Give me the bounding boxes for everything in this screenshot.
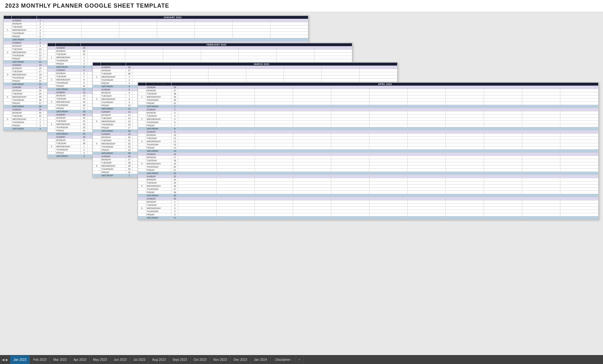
data-cell[interactable] [331, 197, 369, 200]
data-cell[interactable] [293, 172, 331, 175]
data-cell[interactable] [119, 19, 157, 22]
data-cell[interactable] [293, 121, 331, 124]
data-cell[interactable] [560, 89, 598, 92]
data-cell[interactable] [560, 108, 598, 111]
data-cell[interactable] [560, 175, 598, 178]
data-cell[interactable] [331, 95, 369, 99]
data-cell[interactable] [407, 95, 445, 99]
data-cell[interactable] [484, 185, 522, 188]
data-cell[interactable] [216, 210, 255, 213]
data-cell[interactable] [331, 146, 369, 150]
data-cell[interactable] [178, 194, 216, 197]
data-cell[interactable] [170, 75, 208, 79]
data-cell[interactable] [178, 134, 216, 137]
data-cell[interactable] [522, 137, 560, 140]
data-cell[interactable] [216, 150, 255, 153]
data-cell[interactable] [407, 207, 445, 210]
data-cell[interactable] [331, 156, 369, 159]
data-cell[interactable] [331, 172, 369, 175]
data-cell[interactable] [125, 59, 163, 62]
data-cell[interactable] [369, 162, 407, 165]
data-cell[interactable] [133, 69, 171, 72]
data-cell[interactable] [484, 204, 522, 207]
data-cell[interactable] [560, 181, 598, 185]
data-cell[interactable] [293, 89, 331, 92]
data-cell[interactable] [407, 86, 445, 89]
data-cell[interactable] [157, 19, 195, 22]
data-cell[interactable] [255, 95, 293, 99]
data-cell[interactable] [331, 121, 369, 124]
data-cell[interactable] [445, 124, 484, 127]
tab-disclaimer[interactable]: - Disclaimer - [270, 355, 296, 364]
tab-apr2023[interactable]: Apr 2023 [70, 355, 90, 364]
data-cell[interactable] [293, 188, 331, 191]
data-cell[interactable] [216, 137, 255, 140]
data-cell[interactable] [314, 50, 352, 53]
data-cell[interactable] [522, 115, 560, 118]
data-cell[interactable] [560, 207, 598, 210]
data-cell[interactable] [369, 130, 407, 134]
data-cell[interactable] [293, 140, 331, 143]
data-cell[interactable] [407, 124, 445, 127]
data-cell[interactable] [293, 165, 331, 169]
data-cell[interactable] [445, 197, 484, 200]
data-cell[interactable] [445, 143, 484, 146]
data-cell[interactable] [522, 197, 560, 200]
data-cell[interactable] [560, 156, 598, 159]
data-cell[interactable] [255, 213, 293, 216]
data-cell[interactable] [484, 156, 522, 159]
data-cell[interactable] [178, 210, 216, 213]
data-cell[interactable] [157, 32, 195, 35]
data-cell[interactable] [201, 59, 239, 62]
data-cell[interactable] [331, 216, 369, 220]
data-cell[interactable] [560, 118, 598, 121]
data-cell[interactable] [44, 25, 81, 29]
data-cell[interactable] [407, 102, 445, 105]
data-cell[interactable] [255, 102, 293, 105]
data-cell[interactable] [255, 175, 293, 178]
data-cell[interactable] [277, 56, 314, 59]
data-cell[interactable] [445, 150, 484, 153]
data-cell[interactable] [560, 99, 598, 102]
data-cell[interactable] [445, 99, 484, 102]
data-cell[interactable] [255, 197, 293, 200]
data-cell[interactable] [178, 143, 216, 146]
data-cell[interactable] [293, 115, 331, 118]
data-cell[interactable] [255, 99, 293, 102]
data-cell[interactable] [233, 19, 270, 22]
data-cell[interactable] [445, 216, 484, 220]
data-cell[interactable] [484, 169, 522, 172]
data-cell[interactable] [125, 46, 163, 50]
data-cell[interactable] [255, 121, 293, 124]
data-cell[interactable] [293, 181, 331, 185]
data-cell[interactable] [293, 175, 331, 178]
data-cell[interactable] [522, 194, 560, 197]
data-cell[interactable] [484, 124, 522, 127]
data-cell[interactable] [44, 29, 81, 32]
data-cell[interactable] [407, 127, 445, 130]
data-cell[interactable] [484, 162, 522, 165]
data-cell[interactable] [233, 29, 270, 32]
data-cell[interactable] [255, 111, 293, 115]
data-cell[interactable] [331, 175, 369, 178]
data-cell[interactable] [369, 213, 407, 216]
data-cell[interactable] [369, 140, 407, 143]
data-cell[interactable] [522, 175, 560, 178]
data-cell[interactable] [445, 204, 484, 207]
data-cell[interactable] [331, 207, 369, 210]
data-cell[interactable] [284, 79, 322, 82]
data-cell[interactable] [407, 197, 445, 200]
data-cell[interactable] [216, 175, 255, 178]
data-cell[interactable] [522, 121, 560, 124]
data-cell[interactable] [560, 140, 598, 143]
data-cell[interactable] [255, 207, 293, 210]
data-cell[interactable] [331, 140, 369, 143]
data-cell[interactable] [125, 56, 163, 59]
data-cell[interactable] [208, 75, 246, 79]
data-cell[interactable] [522, 207, 560, 210]
data-cell[interactable] [407, 175, 445, 178]
data-cell[interactable] [216, 185, 255, 188]
data-cell[interactable] [484, 207, 522, 210]
data-cell[interactable] [445, 165, 484, 169]
data-cell[interactable] [560, 178, 598, 181]
